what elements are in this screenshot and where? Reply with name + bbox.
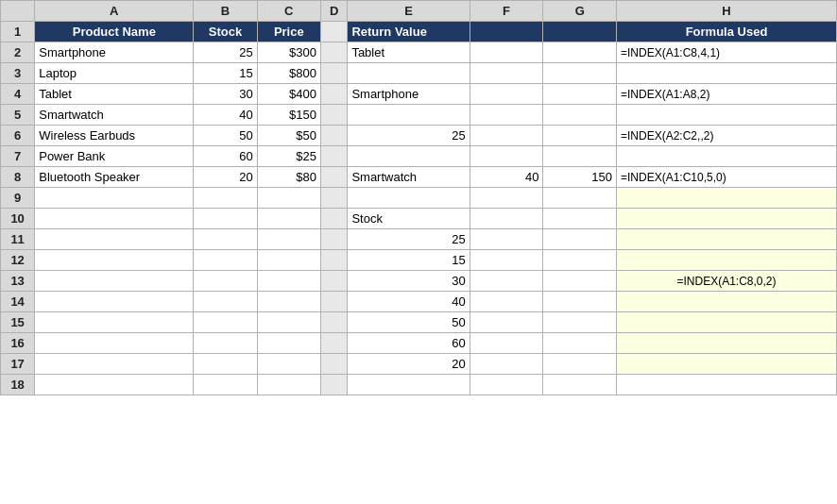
cell-e1[interactable]: Return Value (348, 22, 470, 42)
cell-g7[interactable] (543, 146, 617, 167)
cell-h4[interactable]: =INDEX(A1:A8,2) (617, 84, 837, 105)
cell-h11[interactable] (617, 229, 837, 250)
cell-h9[interactable] (617, 188, 837, 209)
cell-g5[interactable] (543, 105, 617, 126)
cell-f8[interactable]: 40 (470, 167, 543, 188)
cell-a5[interactable]: Smartwatch (35, 105, 194, 126)
cell-a3[interactable]: Laptop (35, 63, 194, 84)
cell-f13[interactable] (470, 271, 543, 292)
cell-c17[interactable] (257, 354, 320, 375)
cell-f2[interactable] (470, 42, 543, 63)
cell-e11[interactable]: 25 (348, 229, 470, 250)
cell-h15[interactable] (617, 312, 837, 333)
cell-a11[interactable] (35, 229, 194, 250)
cell-c16[interactable] (257, 333, 320, 354)
cell-f11[interactable] (470, 229, 543, 250)
cell-g16[interactable] (543, 333, 617, 354)
cell-a9[interactable] (35, 188, 194, 209)
cell-c3[interactable]: $800 (257, 63, 320, 84)
cell-f6[interactable] (470, 126, 543, 146)
cell-f7[interactable] (470, 146, 543, 167)
cell-h13[interactable]: =INDEX(A1:C8,0,2) (617, 271, 837, 292)
cell-f18[interactable] (470, 375, 543, 395)
cell-f14[interactable] (470, 292, 543, 312)
cell-b1[interactable]: Stock (194, 22, 257, 42)
cell-f5[interactable] (470, 105, 543, 126)
cell-e10[interactable]: Stock (348, 209, 470, 229)
cell-a4[interactable]: Tablet (35, 84, 194, 105)
cell-c12[interactable] (257, 250, 320, 271)
cell-f10[interactable] (470, 209, 543, 229)
cell-e13[interactable]: 30 (348, 271, 470, 292)
cell-a15[interactable] (35, 312, 194, 333)
cell-a10[interactable] (35, 209, 194, 229)
cell-b5[interactable]: 40 (194, 105, 257, 126)
cell-e7[interactable] (348, 146, 470, 167)
cell-h14[interactable] (617, 292, 837, 312)
cell-f16[interactable] (470, 333, 543, 354)
cell-a2[interactable]: Smartphone (35, 42, 194, 63)
cell-c8[interactable]: $80 (257, 167, 320, 188)
cell-c5[interactable]: $150 (257, 105, 320, 126)
cell-b7[interactable]: 60 (194, 146, 257, 167)
cell-h7[interactable] (617, 146, 837, 167)
cell-a12[interactable] (35, 250, 194, 271)
cell-e5[interactable] (348, 105, 470, 126)
cell-g10[interactable] (543, 209, 617, 229)
cell-h12[interactable] (617, 250, 837, 271)
cell-g14[interactable] (543, 292, 617, 312)
cell-b8[interactable]: 20 (194, 167, 257, 188)
cell-a17[interactable] (35, 354, 194, 375)
cell-c13[interactable] (257, 271, 320, 292)
cell-c9[interactable] (257, 188, 320, 209)
cell-e2[interactable]: Tablet (348, 42, 470, 63)
cell-h17[interactable] (617, 354, 837, 375)
cell-e16[interactable]: 60 (348, 333, 470, 354)
cell-b4[interactable]: 30 (194, 84, 257, 105)
cell-c1[interactable]: Price (257, 22, 320, 42)
cell-h6[interactable]: =INDEX(A2:C2,,2) (617, 126, 837, 146)
cell-a7[interactable]: Power Bank (35, 146, 194, 167)
cell-c11[interactable] (257, 229, 320, 250)
cell-e6[interactable]: 25 (348, 126, 470, 146)
cell-b15[interactable] (194, 312, 257, 333)
cell-f3[interactable] (470, 63, 543, 84)
cell-g12[interactable] (543, 250, 617, 271)
cell-a18[interactable] (35, 375, 194, 395)
cell-f17[interactable] (470, 354, 543, 375)
cell-b10[interactable] (194, 209, 257, 229)
cell-f15[interactable] (470, 312, 543, 333)
cell-b17[interactable] (194, 354, 257, 375)
cell-c6[interactable]: $50 (257, 126, 320, 146)
cell-b13[interactable] (194, 271, 257, 292)
cell-b14[interactable] (194, 292, 257, 312)
cell-b11[interactable] (194, 229, 257, 250)
cell-b16[interactable] (194, 333, 257, 354)
cell-g9[interactable] (543, 188, 617, 209)
cell-a14[interactable] (35, 292, 194, 312)
cell-e18[interactable] (348, 375, 470, 395)
cell-g6[interactable] (543, 126, 617, 146)
cell-g11[interactable] (543, 229, 617, 250)
cell-c10[interactable] (257, 209, 320, 229)
cell-g1[interactable] (543, 22, 617, 42)
cell-g15[interactable] (543, 312, 617, 333)
cell-c14[interactable] (257, 292, 320, 312)
cell-e12[interactable]: 15 (348, 250, 470, 271)
cell-g13[interactable] (543, 271, 617, 292)
cell-c2[interactable]: $300 (257, 42, 320, 63)
cell-a1[interactable]: Product Name (35, 22, 194, 42)
cell-b9[interactable] (194, 188, 257, 209)
cell-b12[interactable] (194, 250, 257, 271)
cell-e15[interactable]: 50 (348, 312, 470, 333)
cell-h5[interactable] (617, 105, 837, 126)
cell-e17[interactable]: 20 (348, 354, 470, 375)
cell-g8[interactable]: 150 (543, 167, 617, 188)
cell-h8[interactable]: =INDEX(A1:C10,5,0) (617, 167, 837, 188)
cell-b6[interactable]: 50 (194, 126, 257, 146)
cell-h2[interactable]: =INDEX(A1:C8,4,1) (617, 42, 837, 63)
cell-b3[interactable]: 15 (194, 63, 257, 84)
cell-f12[interactable] (470, 250, 543, 271)
cell-h10[interactable] (617, 209, 837, 229)
cell-c18[interactable] (257, 375, 320, 395)
